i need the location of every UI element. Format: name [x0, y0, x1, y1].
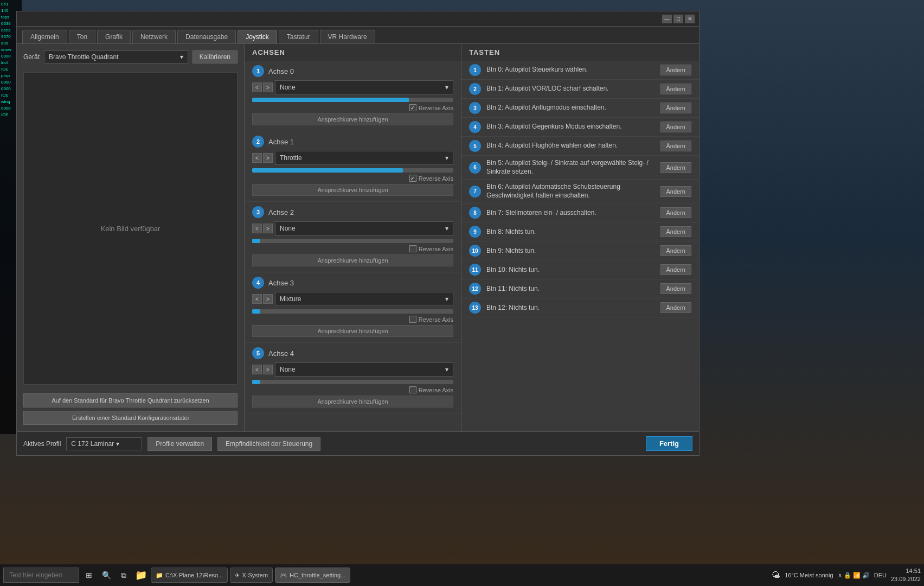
- tasten-item-2: 3 Btn 2: Autopilot Anflugmodus einschalt…: [461, 99, 699, 118]
- achse-bar-fill-2: [252, 239, 260, 243]
- taskbar-task-view-icon[interactable]: ⧉: [116, 568, 131, 583]
- tasten-andern-btn-7[interactable]: Ändern: [660, 207, 691, 218]
- achse-reverse-checkbox-4[interactable]: [409, 386, 416, 393]
- taskbar-search-input[interactable]: [3, 568, 79, 583]
- achse-name-0: Achse 0: [268, 67, 294, 75]
- achse-dropdown-value-2: None: [280, 225, 296, 232]
- profile-chevron-icon: ▾: [116, 440, 119, 448]
- achse-reverse-checkbox-2[interactable]: [409, 245, 416, 252]
- tab-joystick[interactable]: Joystick: [238, 30, 277, 43]
- achse-dropdown-chevron-4: ▾: [445, 366, 448, 373]
- taskbar-app-0[interactable]: 📁C:\X-Plane 12\Reso...: [151, 568, 228, 583]
- tab-datenausgabe[interactable]: Datenausgabe: [177, 30, 236, 43]
- achse-reverse-checkbox-3[interactable]: [409, 316, 416, 323]
- tasten-number-4: 5: [469, 140, 481, 152]
- tasten-andern-btn-12[interactable]: Ändern: [660, 302, 691, 313]
- tasten-text-3: Btn 3: Autopilot Gegenkurs Modus einscha…: [486, 123, 655, 131]
- achse-dropdown-value-0: None: [280, 84, 296, 91]
- tasten-item-3: 4 Btn 3: Autopilot Gegenkurs Modus einsc…: [461, 118, 699, 137]
- achse-controls-4: < > None ▾: [252, 362, 453, 377]
- taskbar-app-1[interactable]: ✈X-System: [230, 568, 273, 583]
- tasten-number-0: 1: [469, 64, 481, 76]
- achse-prev-btn-2[interactable]: <: [252, 224, 262, 233]
- achse-ansprech-btn-2[interactable]: Ansprechkurve hinzufügen: [252, 254, 453, 266]
- achse-dropdown-1[interactable]: Throttle ▾: [275, 151, 453, 165]
- tab-netzwerk[interactable]: Netzwerk: [132, 30, 176, 43]
- achse-name-4: Achse 4: [268, 349, 294, 358]
- achse-dropdown-3[interactable]: Mixture ▾: [275, 292, 453, 306]
- achse-reverse-checkbox-0[interactable]: [409, 104, 416, 111]
- tasten-andern-btn-5[interactable]: Ändern: [660, 162, 691, 173]
- tasten-andern-btn-8[interactable]: Ändern: [660, 226, 691, 237]
- achse-dropdown-chevron-0: ▾: [445, 84, 448, 91]
- fertig-button[interactable]: Fertig: [646, 436, 692, 451]
- achse-bar-bg-3: [252, 309, 453, 314]
- achse-dropdown-2[interactable]: None ▾: [275, 221, 453, 235]
- achse-nav-arrows-2: < >: [252, 224, 273, 233]
- achse-next-btn-2[interactable]: >: [263, 224, 273, 233]
- device-select-dropdown[interactable]: Bravo Throttle Quadrant ▾: [44, 50, 188, 63]
- create-config-button[interactable]: Erstellen einer Standard Konfigurationsd…: [23, 411, 238, 425]
- achse-ansprech-btn-0[interactable]: Ansprechkurve hinzufügen: [252, 113, 453, 125]
- achse-dropdown-chevron-1: ▾: [445, 154, 448, 162]
- taskbar-app-2[interactable]: 🎮HC_throttle_setting...: [275, 568, 350, 583]
- tab-tastatur[interactable]: Tastatur: [279, 30, 318, 43]
- tasten-andern-btn-10[interactable]: Ändern: [660, 264, 691, 275]
- achse-item-0: 1 Achse 0 < > None ▾ Reverse Axis Anspre…: [245, 61, 461, 131]
- empfindlichkeit-button[interactable]: Empfindlichkeit der Steuerung: [217, 437, 320, 451]
- tasten-text-7: Btn 7: Stellmotoren ein- / ausschalten.: [486, 209, 655, 218]
- achse-next-btn-3[interactable]: >: [263, 294, 273, 304]
- tab-vr-hardware[interactable]: VR Hardware: [320, 30, 375, 43]
- achse-dropdown-4[interactable]: None ▾: [275, 362, 453, 377]
- tasten-text-6: Btn 6: Autopilot Automatische Schubsteue…: [486, 183, 655, 200]
- achse-reverse-label-1: Reverse Axis: [419, 175, 453, 182]
- tab-grafik[interactable]: Grafik: [97, 30, 131, 43]
- achse-next-btn-1[interactable]: >: [263, 153, 273, 163]
- tasten-andern-btn-9[interactable]: Ändern: [660, 245, 691, 256]
- chevron-down-icon: ▾: [180, 53, 183, 61]
- achse-prev-btn-3[interactable]: <: [252, 294, 262, 304]
- tasten-andern-btn-11[interactable]: Ändern: [660, 283, 691, 294]
- achse-reverse-label-3: Reverse Axis: [419, 316, 453, 323]
- tasten-andern-btn-2[interactable]: Ändern: [660, 103, 691, 113]
- achse-ansprech-btn-3[interactable]: Ansprechkurve hinzufügen: [252, 325, 453, 337]
- achse-dropdown-value-3: Mixture: [280, 295, 301, 303]
- achse-bar-row-4: [252, 380, 453, 384]
- tasten-andern-btn-1[interactable]: Ändern: [660, 84, 691, 94]
- taskbar-explorer-icon[interactable]: 📁: [133, 568, 149, 583]
- profile-select-dropdown[interactable]: C 172 Laminar ▾: [66, 437, 142, 450]
- tab-allgemein[interactable]: Allgemein: [22, 30, 67, 43]
- achse-next-btn-0[interactable]: >: [263, 82, 273, 92]
- achse-next-btn-4[interactable]: >: [263, 365, 273, 374]
- achse-ansprech-btn-1[interactable]: Ansprechkurve hinzufügen: [252, 184, 453, 196]
- tasten-andern-btn-6[interactable]: Ändern: [660, 186, 691, 197]
- achse-reverse-label-2: Reverse Axis: [419, 246, 453, 252]
- tasten-andern-btn-0[interactable]: Ändern: [660, 65, 691, 75]
- maximize-button[interactable]: □: [673, 15, 683, 23]
- reset-button[interactable]: Auf den Standard für Bravo Throttle Quad…: [23, 393, 238, 407]
- close-button[interactable]: ✕: [685, 15, 695, 23]
- taskbar-search-icon[interactable]: 🔍: [99, 568, 114, 583]
- taskbar-time-value: 14:51: [891, 567, 921, 575]
- tab-ton[interactable]: Ton: [69, 30, 95, 43]
- bottom-buttons: Auf den Standard für Bravo Throttle Quad…: [23, 393, 238, 425]
- achse-bar-row-2: [252, 239, 453, 243]
- achse-title-row-1: 2 Achse 1: [252, 136, 453, 148]
- achse-reverse-checkbox-1[interactable]: [409, 175, 416, 182]
- taskbar-windows-icon[interactable]: ⊞: [81, 568, 97, 583]
- minimize-button[interactable]: —: [662, 15, 672, 23]
- kalibrieren-button[interactable]: Kalibrieren: [193, 50, 238, 63]
- taskbar-app-icon-1: ✈: [235, 572, 240, 579]
- achse-dropdown-0[interactable]: None ▾: [275, 80, 453, 94]
- achse-prev-btn-0[interactable]: <: [252, 82, 262, 92]
- tasten-andern-btn-4[interactable]: Ändern: [660, 141, 691, 151]
- achse-prev-btn-4[interactable]: <: [252, 365, 262, 374]
- achse-prev-btn-1[interactable]: <: [252, 153, 262, 163]
- achse-controls-3: < > Mixture ▾: [252, 292, 453, 306]
- tasten-item-7: 8 Btn 7: Stellmotoren ein- / ausschalten…: [461, 203, 699, 222]
- tasten-andern-btn-3[interactable]: Ändern: [660, 122, 691, 132]
- achse-ansprech-btn-4[interactable]: Ansprechkurve hinzufügen: [252, 396, 453, 407]
- profile-manage-button[interactable]: Profile verwalten: [147, 437, 212, 451]
- achse-reverse-row-4: Reverse Axis: [252, 386, 453, 393]
- tasten-text-1: Btn 1: Autopilot VOR/LOC scharf schalten…: [486, 85, 655, 93]
